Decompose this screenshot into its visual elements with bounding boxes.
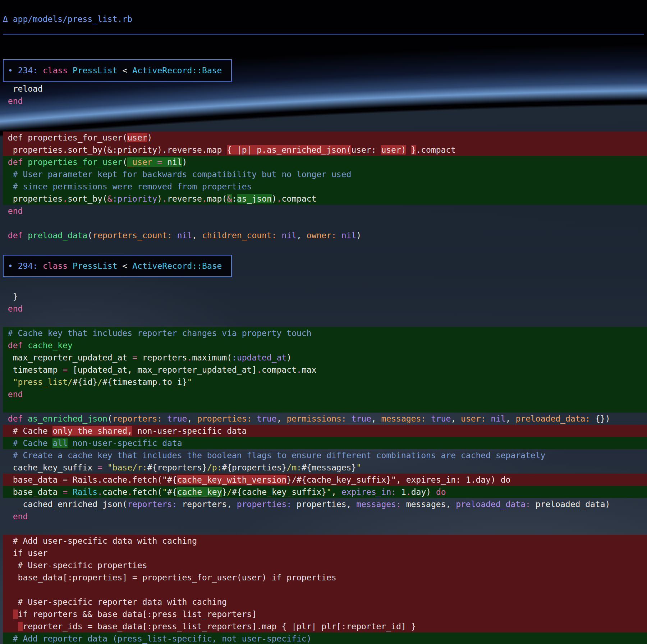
code-token [3, 610, 13, 619]
code-token [3, 328, 8, 338]
code-token: . [406, 487, 411, 497]
code-token: preloaded_data) [531, 500, 610, 509]
code-token [68, 487, 73, 497]
code-token: .compact [416, 145, 456, 155]
code-token [486, 414, 491, 423]
diff-line-removed: if user [3, 547, 647, 559]
blank-line [3, 523, 647, 535]
code-token: "press_list/ [13, 377, 73, 387]
code-token: # User-specific properties [3, 561, 147, 570]
code-token: PressList [73, 261, 118, 271]
code-token [172, 231, 177, 240]
code-token: base_data [3, 487, 63, 497]
code-token: ) [147, 133, 152, 142]
code-token: messages: [381, 414, 426, 423]
code-token [18, 622, 23, 631]
code-token: : [232, 194, 237, 203]
code-token: . [162, 194, 167, 203]
code-token: #{messages} [302, 463, 356, 472]
code-token: end [8, 206, 23, 216]
code-token: end [8, 96, 23, 106]
code-token: def [8, 157, 23, 167]
diff-line-added: # User parameter kept for backwards comp… [3, 168, 647, 180]
diff-line-added: "press_list/#{id}/#{timestamp.to_i}" [3, 376, 647, 388]
code-token: preloaded_data: [456, 500, 531, 509]
code-token: cache [102, 487, 127, 497]
code-token: true [257, 414, 276, 423]
code-token: class [43, 261, 73, 271]
code-token: nil [341, 231, 357, 240]
code-token: }/#{cache_key_suffix}", expires_in: 1.da… [286, 475, 510, 484]
code-token [3, 182, 13, 191]
code-line: _cached_enriched_json(reporters: reporte… [3, 498, 647, 510]
blank-line [3, 119, 647, 132]
code-token: messages: [356, 500, 401, 509]
code-token: 1 [396, 487, 406, 497]
code-token [3, 231, 8, 240]
code-token: true [167, 414, 187, 423]
diff-line-removed: base_data = Rails.cache.fetch("#{cache_k… [3, 474, 647, 486]
code-token: } [3, 292, 18, 301]
code-token [406, 145, 411, 155]
code-token: class [43, 66, 73, 75]
code-token: do [436, 487, 446, 497]
diff-line-added [3, 400, 647, 413]
code-token: ) [286, 353, 292, 362]
code-token: " [326, 487, 331, 497]
code-token [3, 451, 13, 460]
code-token: ) [182, 157, 187, 167]
code-token: as_enriched_json [28, 414, 107, 423]
code-token: def properties_for_user( [3, 133, 127, 142]
diff-line-removed: def properties_for_user(user) [3, 132, 647, 144]
code-token: def [8, 341, 23, 350]
code-token: as_json [237, 194, 272, 203]
code-token: " [356, 463, 361, 472]
diff-line-removed: if reporters && base_data[:press_list_re… [3, 608, 647, 620]
code-token: max [302, 365, 317, 374]
code-token: to_i} [162, 377, 187, 387]
code-token: properties: [237, 500, 292, 509]
code-token: maximum [192, 353, 227, 362]
code-token [252, 414, 257, 423]
diff-line-added: # Cache key that includes reporter chang… [3, 327, 647, 339]
code-token: < [118, 261, 133, 271]
code-token: timestamp [3, 365, 63, 374]
code-token: {}) [590, 414, 610, 423]
code-token: reporters: [127, 500, 177, 509]
code-token [3, 170, 13, 179]
code-token: ( [122, 157, 127, 167]
code-token: reporters: [113, 414, 162, 423]
code-token: . [97, 487, 102, 497]
blank-line [3, 217, 647, 229]
code-token: nil [177, 231, 192, 240]
code-token: . [157, 377, 162, 387]
code-token [3, 634, 13, 643]
code-token: nil [491, 414, 506, 423]
code-token: non-user-specific data [132, 426, 247, 436]
code-token: if reporters && base_data[:press_list_re… [18, 610, 257, 619]
code-token: ( [102, 194, 107, 203]
diff-line-added: timestamp = [updated_at, max_reporter_up… [3, 364, 647, 376]
code-token: # Cache [3, 426, 52, 436]
code-token: ) [356, 231, 361, 240]
code-token: ( [107, 414, 113, 423]
code-token [3, 438, 13, 448]
code-token [277, 231, 282, 240]
code-token: def [8, 231, 23, 240]
code-token: /p: [207, 463, 222, 472]
diff-line-removed: # Add user-specific data with caching [3, 535, 647, 547]
code-line: def as_enriched_json(reporters: true, pr… [3, 413, 647, 425]
code-token: reverse [167, 194, 202, 203]
code-token: reporters [137, 353, 187, 362]
code-token: ( [222, 194, 227, 203]
code-token: reporters_count: [92, 231, 172, 240]
code-token: cache_key_with_version [177, 475, 287, 484]
code-token: = [63, 365, 68, 374]
code-token: nil [282, 231, 297, 240]
code-token: base_data[:properties] = properties_for_… [3, 573, 336, 582]
code-token: cache_key [177, 487, 222, 497]
diff-line-added: max_reporter_updated_at = reporters.maxi… [3, 351, 647, 364]
code-token: Rails [73, 487, 97, 497]
code-token: ( [227, 353, 232, 362]
code-token: properties [3, 194, 63, 203]
